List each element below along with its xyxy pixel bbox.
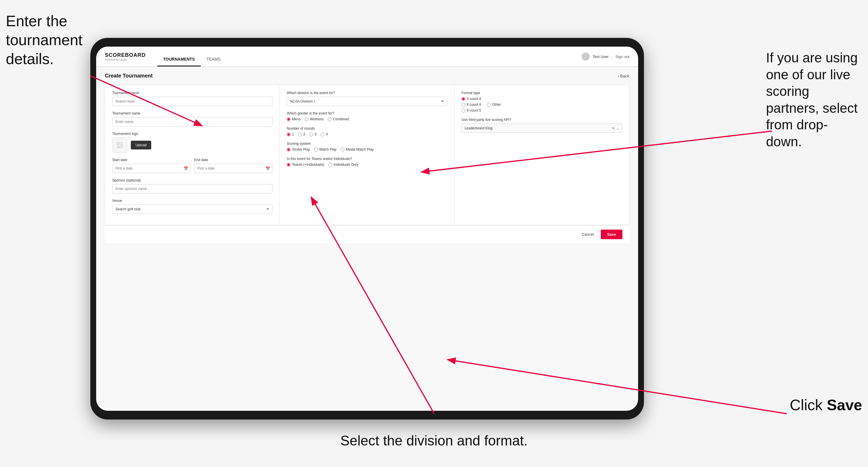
sponsor-input[interactable] xyxy=(112,184,273,193)
event-for-label: Is this event for Teams and/or Individua… xyxy=(287,157,447,161)
event-for-radio-group: Teams (+Individuals) Individuals Only xyxy=(287,162,447,167)
scoring-stroke[interactable]: Stroke Play xyxy=(287,148,310,152)
event-for-group: Is this event for Teams and/or Individua… xyxy=(287,157,447,167)
rounds-group: Number of rounds 1 2 3 xyxy=(287,126,447,136)
start-date-group: Start date 📅 xyxy=(112,158,191,173)
page-title: Create Tournament xyxy=(105,73,153,79)
logo-sub: Powered by Clippit xyxy=(105,58,146,61)
tournament-name-label: Tournament name xyxy=(112,111,273,115)
sponsor-group: Sponsor (optional) xyxy=(112,178,273,193)
rounds-label: Number of rounds xyxy=(287,126,447,130)
rounds-1[interactable]: 1 xyxy=(287,132,294,136)
clear-icon[interactable]: ✕ ⌄ xyxy=(612,126,620,130)
tournament-name-input[interactable] xyxy=(112,117,273,126)
rounds-radio-group: 1 2 3 4 xyxy=(287,132,447,136)
cancel-button[interactable]: Cancel xyxy=(578,230,597,239)
logo-upload-area: Upload xyxy=(112,137,273,153)
start-date-wrap: 📅 xyxy=(112,164,191,173)
live-scoring-group: Use third-party live scoring API? ✕ ⌄ xyxy=(462,118,622,133)
gender-womens[interactable]: Womens xyxy=(305,117,324,121)
division-group: Which division is the event for? NCAA Di… xyxy=(287,91,447,106)
format-other: Other xyxy=(487,102,501,106)
form-col-3: Format type 5 count 4 6 count 4 xyxy=(455,85,629,225)
division-label: Which division is the event for? xyxy=(287,91,447,95)
gender-radio-group: Mens Womens Combined xyxy=(287,117,447,121)
gender-label: Which gender is the event for? xyxy=(287,111,447,115)
scoring-radio-group: Stroke Play Match Play Medal Match Play xyxy=(287,148,447,152)
nav-tabs: TOURNAMENTS TEAMS xyxy=(157,46,226,66)
annotation-top-right: If you are using one of our live scoring… xyxy=(766,50,862,150)
tablet-frame: SCOREBOARD Powered by Clippit TOURNAMENT… xyxy=(90,38,644,419)
avatar xyxy=(582,53,590,61)
page-header: Create Tournament ‹ Back xyxy=(105,73,629,79)
date-row: Start date 📅 End date 📅 xyxy=(112,158,273,173)
scoring-group: Scoring system Stroke Play Match Play Me… xyxy=(287,142,447,152)
form-footer: Cancel Save xyxy=(105,225,629,243)
annotation-bottom-center: Select the division and format. xyxy=(340,432,528,449)
gender-group: Which gender is the event for? Mens Wome… xyxy=(287,111,447,121)
tournament-logo-label: Tournament logo xyxy=(112,132,273,136)
search-team-input[interactable] xyxy=(112,97,273,106)
save-button[interactable]: Save xyxy=(601,229,622,239)
user-name: Test User xyxy=(593,55,609,59)
format-left: 5 count 4 6 count 4 6 count 5 xyxy=(462,97,481,113)
rounds-4[interactable]: 4 xyxy=(320,132,328,136)
sponsor-label: Sponsor (optional) xyxy=(112,178,273,182)
form-col-1: Tournament Host Tournament name Tourname… xyxy=(105,85,280,225)
tournament-name-group: Tournament name xyxy=(112,111,273,126)
event-teams[interactable]: Teams (+Individuals) xyxy=(287,162,324,167)
form-grid: Tournament Host Tournament name Tourname… xyxy=(105,85,629,225)
end-date-label: End date xyxy=(194,158,273,162)
tab-teams[interactable]: TEAMS xyxy=(201,46,226,66)
start-date-label: Start date xyxy=(112,158,191,162)
tournament-logo-group: Tournament logo Upload xyxy=(112,132,273,153)
upload-button[interactable]: Upload xyxy=(131,141,151,150)
scoring-match[interactable]: Match Play xyxy=(314,148,337,152)
app-content: SCOREBOARD Powered by Clippit TOURNAMENT… xyxy=(96,46,638,411)
format-6count4[interactable]: 6 count 4 xyxy=(462,102,481,106)
top-nav: SCOREBOARD Powered by Clippit TOURNAMENT… xyxy=(96,46,638,67)
end-date-input[interactable] xyxy=(194,164,273,173)
end-date-group: End date 📅 xyxy=(194,158,273,173)
division-select[interactable]: NCAA Division I NCAA Division II NCAA Di… xyxy=(287,97,447,106)
annotation-bottom-right: Click Save xyxy=(789,396,862,414)
scoring-medal-match[interactable]: Medal Match Play xyxy=(341,148,374,152)
annotation-top-left: Enter the tournament details. xyxy=(6,12,87,68)
sign-out-link[interactable]: Sign out xyxy=(615,55,629,59)
format-type-group: Format type 5 count 4 6 count 4 xyxy=(462,91,622,113)
format-row: 5 count 4 6 count 4 6 count 5 xyxy=(462,97,622,113)
venue-select[interactable]: Search golf club xyxy=(112,205,273,214)
venue-label: Venue xyxy=(112,199,273,203)
rounds-2[interactable]: 2 xyxy=(298,132,305,136)
gender-combined[interactable]: Combined xyxy=(328,117,349,121)
calendar-icon: 📅 xyxy=(184,166,188,171)
page-content: Create Tournament ‹ Back Tournament Host… xyxy=(96,67,638,411)
live-scoring-label: Use third-party live scoring API? xyxy=(462,118,622,122)
tournament-host-label: Tournament Host xyxy=(112,91,273,95)
event-individuals[interactable]: Individuals Only xyxy=(329,162,359,167)
venue-group: Venue Search golf club xyxy=(112,199,273,214)
live-scoring-input[interactable] xyxy=(462,124,622,133)
back-link[interactable]: ‹ Back xyxy=(618,74,629,79)
tablet-screen: SCOREBOARD Powered by Clippit TOURNAMENT… xyxy=(96,46,638,411)
tab-tournaments[interactable]: TOURNAMENTS xyxy=(157,46,201,66)
start-date-input[interactable] xyxy=(112,164,191,173)
format-other-option[interactable]: Other xyxy=(487,102,501,106)
format-6count5[interactable]: 6 count 5 xyxy=(462,108,481,113)
gender-mens[interactable]: Mens xyxy=(287,117,301,121)
logo-area: SCOREBOARD Powered by Clippit xyxy=(105,52,146,61)
calendar-icon-2: 📅 xyxy=(266,166,270,171)
nav-right: Test User | Sign out xyxy=(582,53,629,61)
format-type-label: Format type xyxy=(462,91,622,95)
logo-text: SCOREBOARD xyxy=(105,52,146,58)
tournament-host-group: Tournament Host xyxy=(112,91,273,106)
svg-point-1 xyxy=(118,144,119,145)
scoring-label: Scoring system xyxy=(287,142,447,146)
end-date-wrap: 📅 xyxy=(194,164,273,173)
rounds-3[interactable]: 3 xyxy=(309,132,317,136)
format-5count4[interactable]: 5 count 4 xyxy=(462,97,481,101)
logo-placeholder xyxy=(112,137,127,153)
form-col-2: Which division is the event for? NCAA Di… xyxy=(280,85,454,225)
live-scoring-wrap: ✕ ⌄ xyxy=(462,124,622,133)
